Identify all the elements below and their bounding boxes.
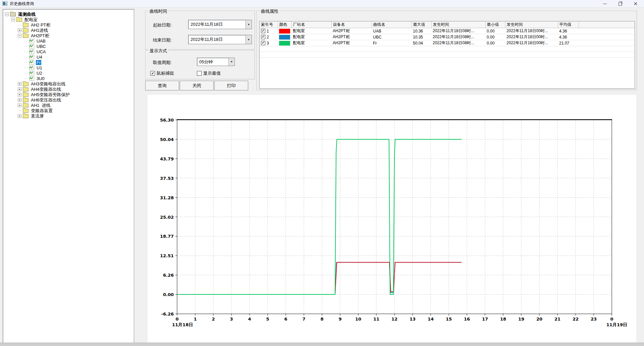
curve-icon bbox=[29, 39, 34, 43]
expand-plus-icon[interactable]: + bbox=[18, 87, 21, 91]
column-header-最小值[interactable]: 最小值 bbox=[485, 21, 505, 28]
collapse-minus-icon[interactable]: − bbox=[18, 34, 21, 38]
row-checkbox[interactable]: ✓ bbox=[261, 35, 265, 39]
tree-item-AH3变频电容出线[interactable]: +AH3变频电容出线 bbox=[4, 81, 133, 86]
tree-item-3U0[interactable]: 3U0 bbox=[4, 76, 133, 81]
tree-item-UBC[interactable]: UBC bbox=[4, 44, 133, 49]
minimize-button[interactable] bbox=[597, 0, 612, 7]
tree-item-label[interactable]: 变频器装置 bbox=[30, 108, 53, 113]
tree-item-遥测曲线[interactable]: −遥测曲线 bbox=[4, 11, 133, 17]
telemetry-tree-panel: −遥测曲线−配电室AH2 PT柜+AH1进线−AH2PT柜UABUBCUCAU4… bbox=[3, 9, 134, 343]
end-date-value: 2022年11月18日 bbox=[189, 37, 246, 43]
chevron-down-icon[interactable]: ▼ bbox=[246, 20, 252, 29]
min-value: 0.00 bbox=[485, 28, 505, 34]
expand-plus-icon[interactable]: + bbox=[18, 93, 21, 96]
tree-item-UCA[interactable]: UCA bbox=[4, 49, 133, 54]
tree-item-label[interactable]: AH1进线 bbox=[30, 28, 49, 33]
window-title: 历史曲线查询 bbox=[10, 1, 34, 6]
column-header-索引号[interactable]: 索引号 bbox=[260, 21, 278, 28]
tree-item-AH2-PT柜[interactable]: AH2 PT柜 bbox=[4, 22, 133, 27]
chevron-down-icon[interactable]: ▼ bbox=[246, 35, 252, 44]
tree-item-AH5变频器旁路保护[interactable]: +AH5变频器旁路保护 bbox=[4, 92, 133, 97]
table-row[interactable]: ✓2配电室AH2PT柜UBC10.352022年11月18日08时...0.00… bbox=[260, 34, 635, 40]
table-row[interactable]: ✓1配电室AH2PT柜UAB10.362022年11月18日08时...0.00… bbox=[260, 28, 635, 34]
y-axis-label: 12.51 bbox=[160, 253, 174, 258]
tree-item-AH2PT柜[interactable]: −AH2PT柜 bbox=[4, 33, 133, 38]
checkbox-icon[interactable]: ✓ bbox=[150, 71, 155, 76]
tree-item-label[interactable]: AH6变压器出线 bbox=[30, 97, 62, 102]
collapse-minus-icon[interactable]: − bbox=[11, 18, 15, 21]
tree-item-label[interactable]: 配电室 bbox=[24, 17, 38, 22]
collapse-minus-icon[interactable]: − bbox=[5, 12, 9, 16]
tree-item-UAB[interactable]: UAB bbox=[4, 38, 133, 44]
tree-item-label[interactable]: UAB bbox=[36, 39, 46, 44]
close-dialog-button[interactable]: 关闭 bbox=[180, 81, 214, 90]
row-checkbox[interactable]: ✓ bbox=[261, 41, 265, 45]
show-extreme-checkbox[interactable]: 显示最值 bbox=[197, 70, 221, 76]
expand-plus-icon[interactable]: + bbox=[18, 114, 21, 118]
mouse-capture-checkbox[interactable]: ✓ 鼠标捕捉 bbox=[150, 70, 174, 76]
expand-plus-icon[interactable]: + bbox=[18, 28, 21, 32]
column-header-平均值[interactable]: 平均值 bbox=[558, 21, 579, 28]
query-button[interactable]: 查询 bbox=[145, 81, 179, 90]
device-name: AH2PT柜 bbox=[331, 34, 372, 40]
column-header-曲线名[interactable]: 曲线名 bbox=[372, 21, 412, 28]
y-axis-label: 37.53 bbox=[160, 176, 174, 181]
tree-item-AH6变压器出线[interactable]: +AH6变压器出线 bbox=[4, 97, 133, 102]
folder-icon bbox=[23, 82, 29, 86]
print-button[interactable]: 打印 bbox=[214, 81, 248, 90]
history-curve-chart[interactable]: 56.3050.0443.7937.5331.2825.0218.7712.51… bbox=[148, 95, 636, 343]
tree-item-AH1进线[interactable]: +AH1进线 bbox=[4, 27, 133, 33]
tree-item-AH1-进线[interactable]: +AH1 进线 bbox=[4, 102, 133, 108]
expand-plus-icon[interactable]: + bbox=[18, 98, 21, 102]
x-axis-label: 19 bbox=[518, 317, 524, 322]
table-row[interactable]: ✓3配电室AH2PT柜Fr50.042022年11月18日08时...0.002… bbox=[260, 40, 635, 46]
tree-item-label[interactable]: U1 bbox=[36, 65, 43, 70]
tree-item-label[interactable]: Fr bbox=[36, 60, 41, 65]
column-header-厂站名[interactable]: 厂站名 bbox=[291, 21, 331, 28]
chevron-down-icon[interactable]: ▼ bbox=[228, 58, 234, 66]
tree-item-label[interactable]: AH2 PT柜 bbox=[30, 22, 51, 27]
tree-item-直流屏[interactable]: +直流屏 bbox=[4, 113, 133, 119]
tree-item-label[interactable]: AH2PT柜 bbox=[30, 33, 50, 38]
tree-item-label[interactable]: U4 bbox=[36, 55, 43, 60]
close-button[interactable] bbox=[628, 0, 643, 7]
period-combo[interactable]: 05分钟 ▼ bbox=[197, 58, 235, 66]
tree-item-label[interactable]: 直流屏 bbox=[30, 114, 45, 119]
avg-value: 4.36 bbox=[558, 34, 579, 40]
tree-item-label[interactable]: UCA bbox=[36, 49, 46, 54]
column-header-blank[interactable] bbox=[579, 21, 635, 28]
tree-item-label[interactable]: U2 bbox=[36, 71, 43, 76]
tree-item-变频器装置[interactable]: 变频器装置 bbox=[4, 108, 133, 113]
tree-item-label[interactable]: AH5变频器旁路保护 bbox=[30, 92, 70, 97]
y-axis-label: 18.77 bbox=[160, 234, 174, 239]
x-axis-label: 6 bbox=[284, 317, 287, 322]
tree-item-label[interactable]: AH4变频器出线 bbox=[30, 87, 62, 92]
minimize-icon bbox=[603, 4, 607, 4]
expand-plus-icon[interactable]: + bbox=[18, 103, 21, 107]
checkbox-icon[interactable] bbox=[197, 71, 202, 76]
tree-item-label[interactable]: AH3变频电容出线 bbox=[30, 81, 66, 86]
tree-item-AH4变频器出线[interactable]: +AH4变频器出线 bbox=[4, 86, 133, 92]
tree-item-U2[interactable]: U2 bbox=[4, 70, 133, 76]
tree-item-label[interactable]: 3U0 bbox=[36, 76, 45, 81]
expand-plus-icon[interactable]: + bbox=[18, 82, 21, 86]
row-checkbox[interactable]: ✓ bbox=[261, 29, 265, 33]
column-header-发生时间[interactable]: 发生时间 bbox=[505, 21, 558, 28]
tree-item-label[interactable]: AH1 进线 bbox=[30, 103, 51, 108]
tree-item-Fr[interactable]: Fr bbox=[4, 60, 133, 65]
column-header-发生时间[interactable]: 发生时间 bbox=[431, 21, 485, 28]
curve-color-swatch bbox=[279, 35, 290, 40]
tree-item-U1[interactable]: U1 bbox=[4, 65, 133, 70]
tree-item-配电室[interactable]: −配电室 bbox=[4, 17, 133, 22]
tree-item-label[interactable]: UBC bbox=[36, 44, 46, 49]
tree-connector bbox=[24, 78, 28, 79]
column-header-最大值[interactable]: 最大值 bbox=[412, 21, 431, 28]
column-header-颜色[interactable]: 颜色 bbox=[278, 21, 291, 28]
restore-button[interactable] bbox=[612, 0, 628, 7]
start-date-combo[interactable]: 2022年11月18日 ▼ bbox=[188, 20, 252, 29]
tree-item-label[interactable]: 遥测曲线 bbox=[17, 12, 36, 17]
tree-item-U4[interactable]: U4 bbox=[4, 54, 133, 60]
column-header-设备名[interactable]: 设备名 bbox=[331, 21, 372, 28]
end-date-combo[interactable]: 2022年11月18日 ▼ bbox=[188, 35, 252, 44]
